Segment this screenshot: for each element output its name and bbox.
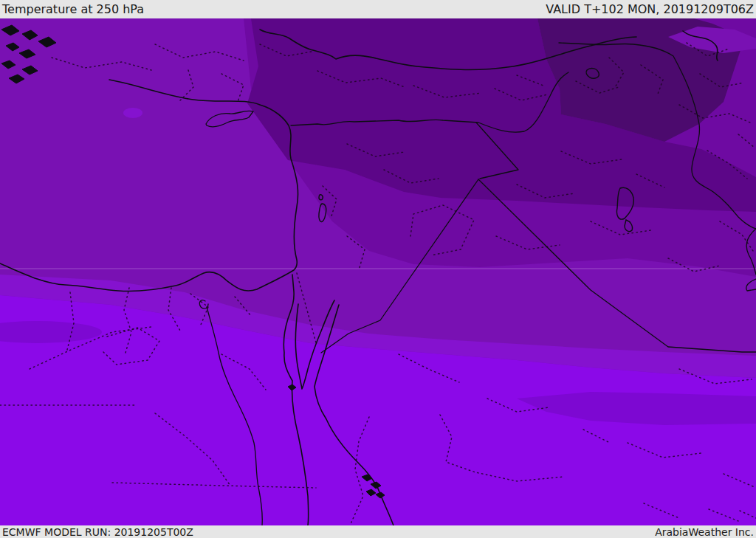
map-title: Temperature at 250 hPa [2, 2, 144, 16]
valid-time-label: VALID T+102 MON, 20191209T06Z [546, 2, 754, 16]
credit-label: ArabiaWeather Inc. [655, 526, 754, 538]
temperature-map-svg [0, 18, 756, 525]
weather-map-app: Temperature at 250 hPa VALID T+102 MON, … [0, 0, 756, 538]
model-run-label: ECMWF MODEL RUN: 20191205T00Z [2, 526, 193, 538]
band-mild-spot [123, 108, 142, 118]
header-bar: Temperature at 250 hPa VALID T+102 MON, … [0, 0, 756, 18]
temperature-bands [0, 18, 756, 525]
map-canvas [0, 18, 756, 525]
footer-bar: ECMWF MODEL RUN: 20191205T00Z ArabiaWeat… [0, 525, 756, 538]
